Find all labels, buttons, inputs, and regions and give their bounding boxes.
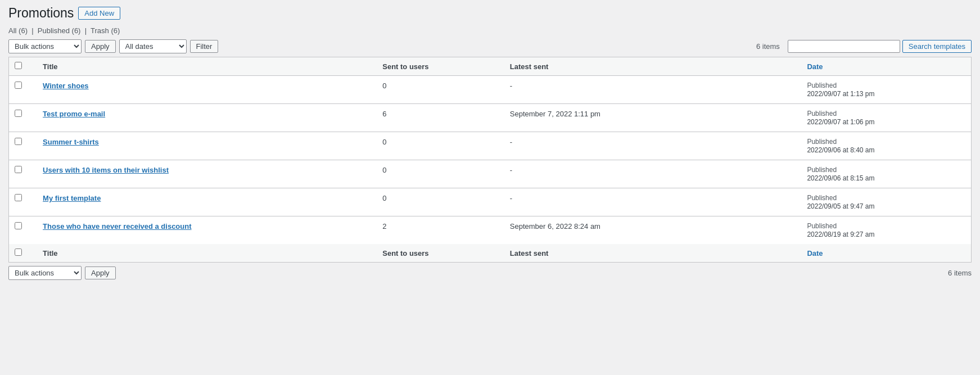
row-latest-cell-5: September 6, 2022 8:24 am xyxy=(504,216,802,245)
select-all-checkbox-bottom[interactable] xyxy=(15,249,22,256)
row-latest-cell-2: - xyxy=(504,132,802,160)
table-header-row: Title Sent to users Latest sent Date xyxy=(9,57,972,76)
row-checkbox-0[interactable] xyxy=(15,82,22,89)
top-toolbar: Bulk actions Apply All dates Filter 6 it… xyxy=(8,39,972,53)
bulk-actions-select-top[interactable]: Bulk actions xyxy=(8,39,82,53)
table-row: Test promo e-mail 6 September 7, 2022 1:… xyxy=(9,104,972,132)
item-count-bottom: 6 items xyxy=(948,269,972,277)
footer-checkbox-cell xyxy=(9,244,38,263)
row-status-2: Published xyxy=(807,138,965,146)
table-row: Those who have never received a discount… xyxy=(9,216,972,245)
row-date-cell-5: Published 2022/08/19 at 9:27 am xyxy=(801,216,971,245)
row-checkbox-4[interactable] xyxy=(15,194,22,201)
row-latest-cell-1: September 7, 2022 1:11 pm xyxy=(504,104,802,132)
row-title-link-1[interactable]: Test promo e-mail xyxy=(43,110,105,118)
row-checkbox-cell-1 xyxy=(9,104,38,132)
row-title-cell-3: Users with 10 items on their wishlist xyxy=(37,160,377,188)
header-checkbox-cell xyxy=(9,57,38,76)
row-title-link-5[interactable]: Those who have never received a discount xyxy=(43,222,191,231)
row-date-1: 2022/09/07 at 1:06 pm xyxy=(807,118,874,126)
header-date[interactable]: Date xyxy=(801,57,971,76)
row-date-cell-0: Published 2022/09/07 at 1:13 pm xyxy=(801,76,971,104)
row-status-5: Published xyxy=(807,222,965,230)
row-checkbox-5[interactable] xyxy=(15,222,22,229)
footer-latest: Latest sent xyxy=(504,244,802,263)
filter-button-top[interactable]: Filter xyxy=(190,40,219,53)
row-date-4: 2022/09/05 at 9:47 am xyxy=(807,202,874,210)
bottom-toolbar: Bulk actions Apply 6 items xyxy=(8,266,972,280)
dates-select-top[interactable]: All dates xyxy=(119,39,187,53)
row-date-cell-3: Published 2022/09/06 at 8:15 am xyxy=(801,160,971,188)
footer-sent: Sent to users xyxy=(377,244,504,263)
row-date-cell-1: Published 2022/09/07 at 1:06 pm xyxy=(801,104,971,132)
table-body: Winter shoes 0 - Published 2022/09/07 at… xyxy=(9,76,972,245)
row-checkbox-3[interactable] xyxy=(15,166,22,173)
footer-date[interactable]: Date xyxy=(801,244,971,263)
table-row: My first template 0 - Published 2022/09/… xyxy=(9,188,972,216)
table-row: Winter shoes 0 - Published 2022/09/07 at… xyxy=(9,76,972,104)
page-title: Promotions xyxy=(8,6,74,21)
row-checkbox-cell-5 xyxy=(9,216,38,245)
row-status-3: Published xyxy=(807,166,965,174)
row-date-5: 2022/08/19 at 9:27 am xyxy=(807,231,874,238)
row-checkbox-cell-2 xyxy=(9,132,38,160)
row-title-cell-1: Test promo e-mail xyxy=(37,104,377,132)
row-status-0: Published xyxy=(807,82,965,89)
row-title-cell-4: My first template xyxy=(37,188,377,216)
row-checkbox-cell-4 xyxy=(9,188,38,216)
row-sent-cell-5: 2 xyxy=(377,216,504,245)
search-button[interactable]: Search templates xyxy=(902,40,972,53)
table-row: Summer t-shirts 0 - Published 2022/09/06… xyxy=(9,132,972,160)
apply-button-bottom[interactable]: Apply xyxy=(85,266,116,279)
apply-button-top[interactable]: Apply xyxy=(85,40,116,53)
page-header: Promotions Add New xyxy=(8,6,972,21)
filter-all-link[interactable]: All (6) xyxy=(8,26,30,35)
table-footer-row: Title Sent to users Latest sent Date xyxy=(9,244,972,263)
row-latest-cell-4: - xyxy=(504,188,802,216)
row-date-cell-4: Published 2022/09/05 at 9:47 am xyxy=(801,188,971,216)
row-date-cell-2: Published 2022/09/06 at 8:40 am xyxy=(801,132,971,160)
filter-trash-link[interactable]: Trash (6) xyxy=(91,26,120,35)
select-all-checkbox-top[interactable] xyxy=(15,62,22,69)
row-title-link-3[interactable]: Users with 10 items on their wishlist xyxy=(43,166,169,174)
row-checkbox-1[interactable] xyxy=(15,110,22,117)
row-date-3: 2022/09/06 at 8:15 am xyxy=(807,174,874,182)
row-date-0: 2022/09/07 at 1:13 pm xyxy=(807,90,874,98)
item-count-top: 6 items xyxy=(756,42,780,51)
row-sent-cell-4: 0 xyxy=(377,188,504,216)
table-row: Users with 10 items on their wishlist 0 … xyxy=(9,160,972,188)
promotions-table: Title Sent to users Latest sent Date Win… xyxy=(8,57,972,263)
row-title-link-4[interactable]: My first template xyxy=(43,194,101,202)
row-title-cell-5: Those who have never received a discount xyxy=(37,216,377,245)
subnav: All (6) | Published (6) | Trash (6) xyxy=(8,26,972,35)
search-input[interactable] xyxy=(788,40,900,53)
header-title[interactable]: Title xyxy=(37,57,377,76)
row-sent-cell-0: 0 xyxy=(377,76,504,104)
row-title-link-0[interactable]: Winter shoes xyxy=(43,82,89,90)
bulk-actions-select-bottom[interactable]: Bulk actions xyxy=(8,266,82,280)
add-new-button[interactable]: Add New xyxy=(78,7,120,20)
header-latest: Latest sent xyxy=(504,57,802,76)
row-sent-cell-2: 0 xyxy=(377,132,504,160)
header-sent: Sent to users xyxy=(377,57,504,76)
footer-title[interactable]: Title xyxy=(37,244,377,263)
row-sent-cell-1: 6 xyxy=(377,104,504,132)
row-checkbox-2[interactable] xyxy=(15,138,22,145)
filter-published-link[interactable]: Published (6) xyxy=(38,26,83,35)
row-latest-cell-3: - xyxy=(504,160,802,188)
row-status-1: Published xyxy=(807,110,965,118)
row-title-link-2[interactable]: Summer t-shirts xyxy=(43,138,99,146)
row-sent-cell-3: 0 xyxy=(377,160,504,188)
row-checkbox-cell-0 xyxy=(9,76,38,104)
row-title-cell-0: Winter shoes xyxy=(37,76,377,104)
row-latest-cell-0: - xyxy=(504,76,802,104)
row-status-4: Published xyxy=(807,194,965,202)
row-title-cell-2: Summer t-shirts xyxy=(37,132,377,160)
row-date-2: 2022/09/06 at 8:40 am xyxy=(807,146,874,154)
row-checkbox-cell-3 xyxy=(9,160,38,188)
